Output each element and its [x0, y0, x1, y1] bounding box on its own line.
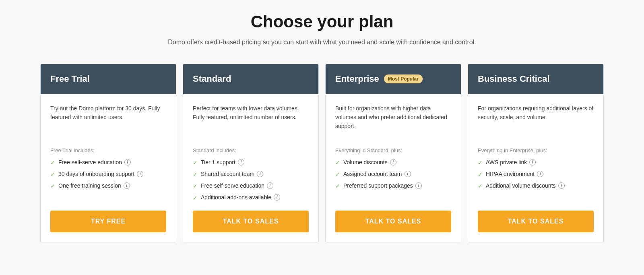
list-item: ✓Shared account teami: [193, 171, 309, 178]
list-item: ✓Volume discountsi: [335, 159, 451, 166]
feature-label: Shared account team: [201, 171, 254, 177]
plan-description-enterprise: Built for organizations with higher data…: [335, 104, 451, 136]
feature-label: Additional volume discounts: [486, 182, 556, 189]
info-icon[interactable]: i: [274, 194, 280, 201]
plan-card-enterprise: EnterpriseMost PopularBuilt for organiza…: [325, 64, 461, 242]
list-item: ✓Additional add-ons availablei: [193, 194, 309, 201]
feature-label: Preferred support packages: [343, 182, 413, 189]
features-list-enterprise: ✓Volume discountsi✓Assigned account team…: [335, 159, 451, 201]
page-title: Choose your plan: [40, 12, 604, 31]
list-item: ✓Free self-serve educationi: [193, 182, 309, 189]
feature-label: Additional add-ons available: [201, 194, 271, 201]
plan-card-business-critical: Business CriticalFor organizations requi…: [468, 64, 604, 242]
info-icon[interactable]: i: [558, 182, 565, 189]
info-icon[interactable]: i: [405, 171, 411, 177]
feature-text: Additional volume discountsi: [486, 182, 565, 189]
check-icon: ✓: [478, 159, 483, 166]
page-header: Choose your plan Domo offers credit-base…: [40, 12, 604, 48]
feature-text: AWS private linki: [486, 159, 536, 165]
plan-body-free-trial: Try out the Domo platform for 30 days. F…: [41, 94, 176, 211]
plan-card-standard: StandardPerfect for teams with lower dat…: [183, 64, 319, 242]
check-icon: ✓: [335, 183, 340, 189]
plan-description-free-trial: Try out the Domo platform for 30 days. F…: [50, 104, 166, 136]
check-icon: ✓: [193, 171, 198, 178]
info-icon[interactable]: i: [257, 171, 263, 177]
check-icon: ✓: [478, 183, 483, 189]
info-icon[interactable]: i: [238, 159, 244, 165]
plan-footer-enterprise: TALK TO SALES: [326, 211, 461, 242]
info-icon[interactable]: i: [267, 182, 273, 189]
feature-label: One free training session: [58, 182, 121, 189]
page-subtitle: Domo offers credit-based pricing so you …: [40, 37, 604, 48]
feature-label: Assigned account team: [343, 171, 402, 177]
includes-label-free-trial: Free Trial includes:: [50, 147, 166, 153]
check-icon: ✓: [50, 171, 55, 178]
check-icon: ✓: [50, 159, 55, 166]
page-wrapper: Choose your plan Domo offers credit-base…: [40, 12, 604, 242]
feature-label: Free self-serve education: [58, 159, 122, 165]
plan-name-enterprise: Enterprise: [335, 74, 379, 84]
cta-button-standard[interactable]: TALK TO SALES: [193, 211, 309, 232]
feature-label: 30 days of onboarding support: [58, 171, 134, 177]
info-icon[interactable]: i: [124, 182, 130, 189]
list-item: ✓HIPAA environmenti: [478, 171, 594, 178]
feature-text: Volume discountsi: [343, 159, 396, 165]
features-list-business-critical: ✓AWS private linki✓HIPAA environmenti✓Ad…: [478, 159, 594, 201]
feature-text: Free self-serve educationi: [201, 182, 273, 189]
info-icon[interactable]: i: [529, 159, 536, 165]
list-item: ✓Preferred support packagesi: [335, 182, 451, 189]
feature-text: Preferred support packagesi: [343, 182, 422, 189]
feature-label: Volume discounts: [343, 159, 388, 165]
plan-header-enterprise: EnterpriseMost Popular: [326, 64, 461, 94]
cta-button-enterprise[interactable]: TALK TO SALES: [335, 211, 451, 232]
list-item: ✓Free self-serve educationi: [50, 159, 166, 166]
list-item: ✓Assigned account teami: [335, 171, 451, 178]
feature-text: Tier 1 supporti: [201, 159, 244, 165]
plan-name-business-critical: Business Critical: [478, 74, 550, 84]
includes-label-standard: Standard includes:: [193, 147, 309, 153]
features-list-free-trial: ✓Free self-serve educationi✓30 days of o…: [50, 159, 166, 201]
feature-text: Additional add-ons availablei: [201, 194, 280, 201]
feature-text: One free training sessioni: [58, 182, 130, 189]
feature-text: HIPAA environmenti: [486, 171, 543, 177]
check-icon: ✓: [193, 194, 198, 201]
plan-header-business-critical: Business Critical: [468, 64, 603, 94]
plan-footer-business-critical: TALK TO SALES: [468, 211, 603, 242]
plans-grid: Free TrialTry out the Domo platform for …: [40, 64, 604, 242]
plan-name-free-trial: Free Trial: [50, 74, 90, 84]
check-icon: ✓: [335, 171, 340, 178]
plan-header-standard: Standard: [183, 64, 318, 94]
list-item: ✓AWS private linki: [478, 159, 594, 166]
info-icon[interactable]: i: [415, 182, 422, 189]
check-icon: ✓: [50, 183, 55, 189]
most-popular-badge: Most Popular: [384, 74, 423, 83]
feature-label: Tier 1 support: [201, 159, 235, 165]
list-item: ✓Tier 1 supporti: [193, 159, 309, 166]
plan-description-standard: Perfect for teams with lower data volume…: [193, 104, 309, 136]
feature-text: Shared account teami: [201, 171, 263, 177]
list-item: ✓Additional volume discountsi: [478, 182, 594, 189]
check-icon: ✓: [478, 171, 483, 178]
check-icon: ✓: [193, 159, 198, 166]
feature-text: Assigned account teami: [343, 171, 411, 177]
info-icon[interactable]: i: [537, 171, 543, 177]
plan-name-standard: Standard: [193, 74, 231, 84]
cta-button-free-trial[interactable]: TRY FREE: [50, 211, 166, 232]
info-icon[interactable]: i: [390, 159, 396, 165]
plan-body-business-critical: For organizations requiring additional l…: [468, 94, 603, 211]
plan-header-free-trial: Free Trial: [41, 64, 176, 94]
list-item: ✓30 days of onboarding supporti: [50, 171, 166, 178]
includes-label-enterprise: Everything in Standard, plus:: [335, 147, 451, 153]
feature-text: 30 days of onboarding supporti: [58, 171, 143, 177]
cta-button-business-critical[interactable]: TALK TO SALES: [478, 211, 594, 232]
info-icon[interactable]: i: [124, 159, 131, 165]
feature-label: HIPAA environment: [486, 171, 535, 177]
includes-label-business-critical: Everything in Enterprise, plus:: [478, 147, 594, 153]
feature-text: Free self-serve educationi: [58, 159, 131, 165]
plan-description-business-critical: For organizations requiring additional l…: [478, 104, 594, 136]
plan-card-free-trial: Free TrialTry out the Domo platform for …: [40, 64, 176, 242]
plan-footer-free-trial: TRY FREE: [41, 211, 176, 242]
features-list-standard: ✓Tier 1 supporti✓Shared account teami✓Fr…: [193, 159, 309, 201]
plan-body-enterprise: Built for organizations with higher data…: [326, 94, 461, 211]
info-icon[interactable]: i: [137, 171, 143, 177]
